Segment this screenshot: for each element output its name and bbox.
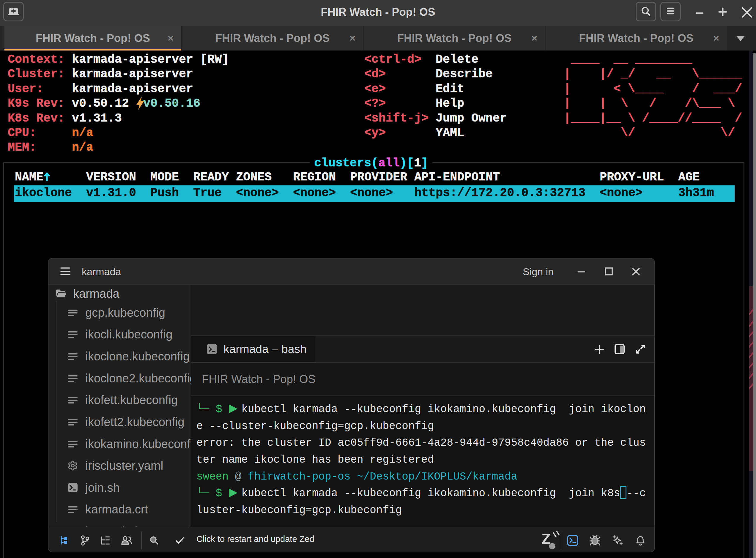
svg-text:Z: Z <box>541 531 551 547</box>
